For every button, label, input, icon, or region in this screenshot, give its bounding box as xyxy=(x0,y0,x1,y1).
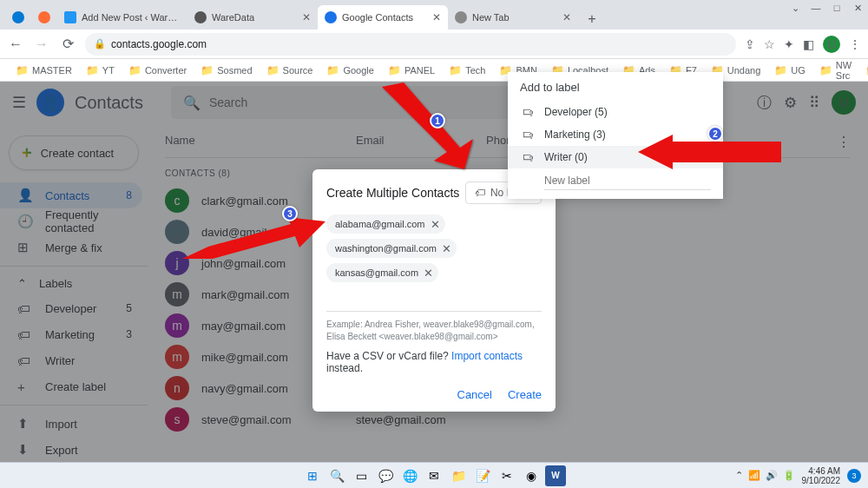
mail-icon[interactable]: ✉ xyxy=(424,465,444,486)
label-option-writer[interactable]: 🏷Writer (0) xyxy=(508,146,723,168)
modal-hint: Example: Andrea Fisher, weaver.blake98@g… xyxy=(326,319,542,343)
star-icon[interactable]: ☆ xyxy=(764,37,775,51)
forward-button[interactable]: → xyxy=(33,36,50,53)
tray-chevron-icon[interactable]: ⌃ xyxy=(735,470,743,481)
email-chip[interactable]: washington@gmail.com✕ xyxy=(326,239,457,258)
annotation-badge-3: 3 xyxy=(282,206,298,221)
annotation-badge-1: 1 xyxy=(430,113,445,129)
tab-close-icon[interactable]: ✕ xyxy=(562,11,571,23)
word-icon[interactable]: W xyxy=(545,465,566,486)
maximize-icon[interactable]: □ xyxy=(832,3,842,13)
tab-3[interactable]: WareData✕ xyxy=(187,5,318,30)
bookmark-ug[interactable]: 📁UG xyxy=(769,63,811,78)
wifi-icon[interactable]: 📶 xyxy=(748,470,760,481)
back-button[interactable]: ← xyxy=(7,36,24,53)
chrome-menu-icon[interactable]: ⋮ xyxy=(849,37,861,51)
import-contacts-link[interactable]: Import contacts xyxy=(451,350,523,362)
notification-badge[interactable]: 3 xyxy=(847,469,861,483)
share-icon[interactable]: ⇪ xyxy=(745,37,755,51)
label-icon: 🏷 xyxy=(520,151,534,164)
lock-icon: 🔒 xyxy=(94,38,106,49)
address-bar[interactable]: 🔒 contacts.google.com xyxy=(85,33,736,56)
chrome-icon[interactable]: ◉ xyxy=(521,465,542,486)
extension-icons: ⇪ ☆ ✦ ◧ U ⋮ xyxy=(745,36,861,53)
profile-avatar[interactable]: U xyxy=(823,36,840,53)
browser-tabs: Add New Post ‹ WareData — W... WareData✕… xyxy=(0,0,868,30)
task-view-icon[interactable]: ▭ xyxy=(351,465,372,486)
reload-button[interactable]: ⟳ xyxy=(59,36,76,53)
bookmark-converter[interactable]: 📁Converter xyxy=(123,63,192,78)
minimize-icon[interactable]: — xyxy=(811,3,821,13)
battery-icon[interactable]: 🔋 xyxy=(783,470,795,481)
bookmarks-bar: 📁MASTER 📁YT 📁Converter 📁Sosmed 📁Source 📁… xyxy=(0,59,868,82)
tab-close-icon[interactable]: ✕ xyxy=(432,11,441,23)
url-text: contacts.google.com xyxy=(111,38,207,50)
bookmark-tech[interactable]: 📁Tech xyxy=(444,63,490,78)
edge-icon[interactable]: 🌐 xyxy=(399,465,420,486)
bookmark-master[interactable]: 📁MASTER xyxy=(10,63,77,78)
new-label-row[interactable] xyxy=(508,168,723,194)
snipping-icon[interactable]: ✂ xyxy=(496,465,517,486)
label-icon: 🏷 xyxy=(520,129,534,142)
bookmark-panel[interactable]: 📁PANEL xyxy=(383,63,440,78)
add-to-label-dropdown: Add to label 🏷Developer (5) 🏷Marketing (… xyxy=(508,72,723,199)
new-tab-button[interactable]: + xyxy=(582,9,602,30)
label-option-marketing[interactable]: 🏷Marketing (3) xyxy=(508,123,723,146)
tab-2[interactable]: Add New Post ‹ WareData — W... xyxy=(57,5,187,30)
explorer-icon[interactable]: 📁 xyxy=(448,465,469,486)
tab-1[interactable] xyxy=(31,5,57,30)
create-button[interactable]: Create xyxy=(508,388,542,401)
create-multiple-modal: Create Multiple Contacts 🏷 No Label alab… xyxy=(312,169,556,412)
annotation-badge-2: 2 xyxy=(707,126,723,142)
new-label-input[interactable] xyxy=(544,172,711,190)
volume-icon[interactable]: 🔊 xyxy=(766,470,778,481)
chip-remove-icon[interactable]: ✕ xyxy=(424,267,433,280)
chat-icon[interactable]: 💬 xyxy=(375,465,396,486)
address-row: ← → ⟳ 🔒 contacts.google.com ⇪ ☆ ✦ ◧ U ⋮ xyxy=(0,30,868,59)
chip-remove-icon[interactable]: ✕ xyxy=(442,242,451,255)
search-icon[interactable]: 🔍 xyxy=(326,465,347,486)
label-icon: 🏷 xyxy=(475,187,485,199)
extensions-icon[interactable]: ✦ xyxy=(784,37,794,51)
browser-chrome: ⌄ — □ ✕ Add New Post ‹ WareData — W... W… xyxy=(0,0,868,59)
windows-taskbar: ⊞ 🔍 ▭ 💬 🌐 ✉ 📁 📝 ✂ ◉ W ⌃ 📶 🔊 🔋 4:46 AM 9/… xyxy=(0,462,868,488)
modal-title: Create Multiple Contacts xyxy=(326,186,459,200)
notepad-icon[interactable]: 📝 xyxy=(472,465,493,486)
account-switch-icon[interactable]: ◧ xyxy=(803,37,814,51)
label-icon: 🏷 xyxy=(520,106,534,119)
chevron-down-icon[interactable]: ⌄ xyxy=(790,3,800,13)
import-line: Have a CSV or vCard file? Import contact… xyxy=(326,350,542,374)
bookmark-source[interactable]: 📁Source xyxy=(261,63,319,78)
contacts-input[interactable] xyxy=(326,287,542,312)
start-button[interactable]: ⊞ xyxy=(302,465,323,486)
email-chip[interactable]: alabama@gmail.com✕ xyxy=(326,214,445,234)
email-chip[interactable]: kansas@gmail.com✕ xyxy=(326,263,438,282)
close-icon[interactable]: ✕ xyxy=(852,3,863,13)
tab-4[interactable]: Google Contacts✕ xyxy=(318,5,448,30)
window-controls: ⌄ — □ ✕ xyxy=(790,3,863,13)
system-clock[interactable]: 4:46 AM 9/10/2022 xyxy=(802,466,841,485)
chip-remove-icon[interactable]: ✕ xyxy=(431,218,440,231)
cancel-button[interactable]: Cancel xyxy=(457,388,492,401)
bookmark-yt[interactable]: 📁YT xyxy=(81,63,120,78)
tab-0[interactable] xyxy=(5,5,31,30)
bookmark-sosmed[interactable]: 📁Sosmed xyxy=(195,63,257,78)
label-option-developer[interactable]: 🏷Developer (5) xyxy=(508,101,723,123)
dropdown-title: Add to label xyxy=(508,72,723,101)
tab-5[interactable]: New Tab✕ xyxy=(448,5,578,30)
tab-close-icon[interactable]: ✕ xyxy=(302,11,311,23)
bookmark-nwsrc[interactable]: 📁NW Src xyxy=(814,58,857,82)
bookmark-land[interactable]: 📁Land xyxy=(860,63,868,78)
bookmark-google[interactable]: 📁Google xyxy=(321,63,378,78)
